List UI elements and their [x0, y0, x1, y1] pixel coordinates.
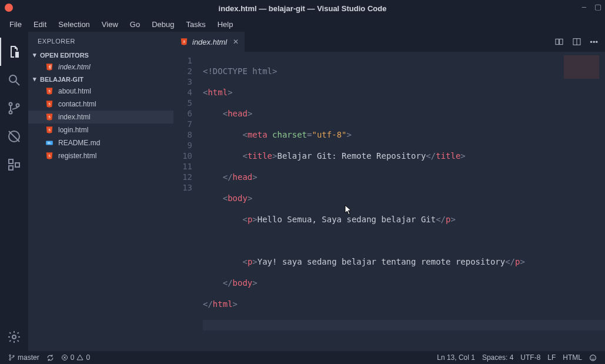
- split-editor-icon[interactable]: [572, 37, 581, 46]
- minimap[interactable]: [564, 55, 599, 79]
- svg-point-10: [12, 335, 16, 339]
- git-branch-icon: [7, 101, 21, 115]
- activity-bar: [0, 32, 28, 351]
- extensions-icon: [7, 158, 21, 172]
- tab-actions: •••: [547, 32, 605, 52]
- open-editors-label: OPEN EDITORS: [40, 52, 89, 59]
- svg-rect-8: [9, 166, 13, 170]
- compare-icon[interactable]: [554, 37, 564, 46]
- tab-label: index.html: [192, 38, 227, 46]
- menu-tasks[interactable]: Tasks: [180, 18, 211, 31]
- svg-point-0: [9, 75, 16, 82]
- menu-view[interactable]: View: [96, 18, 124, 31]
- file-label: README.md: [58, 139, 100, 147]
- status-language[interactable]: HTML: [559, 353, 586, 362]
- window-minimize-icon[interactable]: –: [582, 2, 586, 11]
- window-controls: – ▢: [582, 2, 601, 11]
- files-icon: [7, 45, 21, 59]
- menu-go[interactable]: Go: [124, 18, 146, 31]
- svg-text:5: 5: [48, 89, 50, 93]
- menu-help[interactable]: Help: [212, 18, 239, 31]
- menu-edit[interactable]: Edit: [28, 18, 52, 31]
- window-title: index.html — belajar-git — Visual Studio…: [219, 4, 387, 13]
- gear-icon: [7, 330, 21, 344]
- svg-text:5: 5: [48, 154, 50, 158]
- file-item-index[interactable]: 5 index.html: [28, 111, 173, 123]
- chevron-down-icon: ▾: [33, 75, 39, 83]
- warning-icon: [76, 354, 83, 361]
- activity-scm[interactable]: [0, 94, 28, 122]
- more-icon[interactable]: •••: [590, 38, 598, 46]
- html5-icon: 5: [45, 99, 54, 109]
- html5-icon: 5: [45, 151, 54, 161]
- project-label: BELAJAR-GIT: [40, 76, 83, 83]
- status-bar: master 0 0 Ln 13, Col 1 Spaces: 4 UTF-8 …: [0, 351, 605, 364]
- file-label: about.html: [58, 87, 91, 95]
- file-item-login[interactable]: 5 login.html: [28, 123, 173, 136]
- status-feedback[interactable]: [586, 353, 600, 362]
- activity-extensions[interactable]: [0, 151, 28, 179]
- file-label: register.html: [58, 152, 96, 160]
- git-branch-icon: [8, 354, 15, 361]
- status-sync[interactable]: [43, 354, 58, 362]
- status-encoding[interactable]: UTF-8: [517, 353, 544, 362]
- svg-point-26: [13, 355, 15, 357]
- search-icon: [7, 73, 21, 87]
- editor-area: 5 index.html ✕ ••• 1234 5678 9101112 13 …: [173, 32, 605, 351]
- smiley-icon: [589, 354, 597, 362]
- svg-point-25: [9, 359, 11, 360]
- status-eol[interactable]: LF: [544, 353, 559, 362]
- bug-icon: [7, 129, 21, 143]
- open-editor-item[interactable]: 5 index.html: [28, 61, 173, 74]
- close-icon[interactable]: ✕: [233, 38, 239, 46]
- menu-selection[interactable]: Selection: [52, 18, 95, 31]
- html5-icon: 5: [45, 86, 54, 96]
- chevron-down-icon: ▾: [33, 51, 39, 59]
- svg-text:5: 5: [48, 128, 50, 132]
- tab-index-html[interactable]: 5 index.html ✕: [173, 32, 245, 52]
- svg-text:5: 5: [48, 115, 50, 119]
- menu-file[interactable]: File: [4, 18, 28, 31]
- status-spaces[interactable]: Spaces: 4: [479, 353, 517, 362]
- project-header[interactable]: ▾ BELAJAR-GIT: [28, 74, 173, 85]
- file-item-register[interactable]: 5 register.html: [28, 149, 173, 162]
- file-label: contact.html: [58, 100, 96, 108]
- file-item-contact[interactable]: 5 contact.html: [28, 98, 173, 111]
- error-icon: [61, 354, 68, 361]
- file-item-about[interactable]: 5 about.html: [28, 85, 173, 98]
- gutter: 1234 5678 9101112 13: [173, 52, 203, 351]
- svg-point-3: [9, 111, 12, 114]
- html5-icon: 5: [45, 125, 54, 135]
- file-item-readme[interactable]: M↓ README.md: [28, 136, 173, 149]
- svg-point-4: [16, 104, 19, 107]
- sidebar-title: EXPLORER: [28, 32, 173, 49]
- markdown-icon: M↓: [45, 138, 54, 148]
- window-maximize-icon[interactable]: ▢: [594, 2, 601, 11]
- activity-settings[interactable]: [0, 323, 28, 351]
- activity-debug[interactable]: [0, 122, 28, 151]
- titlebar: index.html — belajar-git — Visual Studio…: [0, 0, 605, 16]
- code-content[interactable]: <!DOCTYPE html> <html> <head> <meta char…: [203, 52, 605, 351]
- svg-point-31: [591, 356, 592, 357]
- menu-debug[interactable]: Debug: [146, 18, 180, 31]
- svg-text:5: 5: [48, 102, 50, 106]
- svg-point-30: [590, 355, 596, 360]
- svg-line-1: [16, 82, 19, 85]
- status-branch[interactable]: master: [5, 353, 43, 362]
- status-ln-col[interactable]: Ln 13, Col 1: [433, 353, 479, 362]
- open-editors-header[interactable]: ▾ OPEN EDITORS: [28, 49, 173, 61]
- svg-rect-9: [15, 163, 19, 167]
- svg-point-32: [594, 356, 594, 357]
- svg-rect-20: [556, 39, 559, 44]
- window-close-icon[interactable]: [5, 4, 13, 12]
- status-problems[interactable]: 0 0: [58, 353, 93, 362]
- code-editor[interactable]: 1234 5678 9101112 13 <!DOCTYPE html> <ht…: [173, 52, 605, 351]
- file-label: login.html: [58, 126, 88, 134]
- svg-point-24: [9, 355, 11, 356]
- svg-text:M↓: M↓: [48, 142, 51, 145]
- activity-explorer[interactable]: [0, 38, 28, 66]
- html5-icon: 5: [45, 62, 54, 72]
- activity-search[interactable]: [0, 66, 28, 94]
- sync-icon: [46, 354, 54, 362]
- editor-tabs: 5 index.html ✕ •••: [173, 32, 605, 52]
